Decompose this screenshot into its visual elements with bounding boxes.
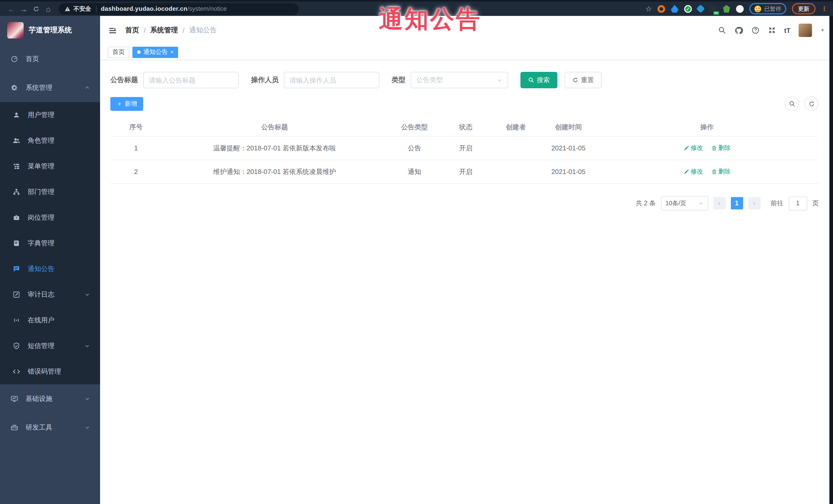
users-icon [12,137,21,144]
table-header-row: 序号 公告标题 公告类型 状态 创建者 创建时间 操作 [110,118,818,137]
search-icon[interactable] [718,26,726,34]
sidebar-item-dict-management[interactable]: 字典管理 [0,231,100,256]
extension-icon[interactable] [658,5,665,13]
app-title: 芋道管理系统 [29,26,72,35]
org-tree-icon [12,188,21,195]
url-path[interactable]: /system/notice [187,5,227,12]
sidebar-item-role-management[interactable]: 角色管理 [0,128,100,153]
menu-tree-icon [12,163,21,170]
profile-paused-chip[interactable]: 已暂停 [749,3,786,15]
profile-avatar-emoji-icon [755,5,761,12]
filter-type-select[interactable]: 公告类型 [411,72,508,88]
sidebar-item-sms-management[interactable]: 短信管理 [0,333,100,359]
browser-back-icon[interactable]: ← [5,3,18,15]
sidebar-collapse-icon[interactable] [108,26,117,34]
page-header: 首页 / 系统管理 / 通知公告 tT ▼ [100,16,833,45]
browser-home-icon[interactable]: ⌂ [42,3,54,15]
delete-link[interactable]: 删除 [711,167,731,176]
refresh-table-button[interactable] [804,96,818,111]
sidebar-item-system-management[interactable]: 系统管理 [0,73,100,102]
reset-button[interactable]: 重置 [565,72,601,88]
audit-log-icon [12,291,21,298]
shield-check-icon [12,342,21,350]
dashboard-icon [10,55,19,63]
tag-notice-active[interactable]: 通知公告 × [133,46,178,58]
cell-title: 温馨提醒：2018-07-01 若依新版本发布啦 [162,143,387,153]
cell-create-time: 2021-01-05 [542,144,595,152]
breadcrumb-system[interactable]: 系统管理 [150,26,178,35]
goto-page-input[interactable] [789,196,807,210]
sidebar-item-home[interactable]: 首页 [0,45,100,73]
fullscreen-icon[interactable] [768,26,776,34]
extension-icon[interactable]: ✓ [684,5,692,13]
cell-status: 开启 [442,143,490,153]
app-root: ← → ⌂ 不安全 dashboard.yudao.iocoder.cn/sys… [0,0,833,504]
notice-table: 序号 公告标题 公告类型 状态 创建者 创建时间 操作 1 温馨提醒：2018-… [110,118,818,184]
sidebar-item-infrastructure[interactable]: 基础设施 [0,384,100,413]
browser-reload-icon[interactable] [30,3,42,15]
font-size-icon[interactable]: tT [784,26,791,34]
filter-title-label: 公告标题 [110,75,138,85]
cell-index: 1 [110,144,162,152]
sidebar-item-post-management[interactable]: 岗位管理 [0,205,100,231]
table-row[interactable]: 1 温馨提醒：2018-07-01 若依新版本发布啦 公告 开启 2021-01… [110,137,818,160]
sidebar-item-menu-management[interactable]: 菜单管理 [0,153,100,179]
sidebar-item-error-code-management[interactable]: 错误码管理 [0,359,100,384]
extension-icon[interactable]: on [709,5,717,13]
browser-menu-icon[interactable]: ⋮ [821,5,828,12]
extension-icon[interactable] [671,5,679,13]
url-separator [96,6,96,12]
help-icon[interactable] [752,26,760,34]
tag-home[interactable]: 首页 [108,46,129,58]
breadcrumb-current: 通知公告 [189,26,217,35]
close-tag-icon[interactable]: × [170,49,174,55]
not-secure-label[interactable]: 不安全 [73,5,91,13]
search-button[interactable]: 搜索 [520,72,557,88]
sidebar-item-user-management[interactable]: 用户管理 [0,102,100,128]
browser-toolbar: ← → ⌂ 不安全 dashboard.yudao.iocoder.cn/sys… [0,0,833,16]
sidebar-item-online-users[interactable]: 在线用户 [0,307,100,333]
chevron-up-icon [85,85,90,90]
chevron-down-icon [85,292,90,297]
browser-update-button[interactable]: 更新 [792,3,815,15]
filter-title-input[interactable] [143,72,239,88]
edit-link[interactable]: 修改 [683,144,703,152]
url-host[interactable]: dashboard.yudao.iocoder.cn [101,5,187,12]
bookmark-star-icon[interactable]: ☆ [645,5,652,13]
sidebar-item-dev-tools[interactable]: 研发工具 [0,413,100,442]
extension-icon[interactable] [696,4,705,13]
address-bar[interactable]: 不安全 dashboard.yudao.iocoder.cn/system/no… [58,3,299,15]
col-header-status: 状态 [442,122,490,131]
briefcase-icon [12,214,21,221]
next-page-button[interactable]: › [748,197,760,209]
sidebar-item-dept-management[interactable]: 部门管理 [0,179,100,205]
table-row[interactable]: 2 维护通知：2018-07-01 若依系统凌晨维护 通知 开启 2021-01… [110,160,818,184]
window-scrollbar[interactable] [829,16,833,504]
col-header-index: 序号 [110,122,162,131]
avatar-caret-down-icon[interactable]: ▼ [820,28,825,33]
pagination: 共 2 条 10条/页 ‹ 1 › 前往 页 [110,196,818,211]
current-page-button[interactable]: 1 [731,197,743,209]
breadcrumb-home[interactable]: 首页 [125,26,139,35]
filter-operator-input[interactable] [284,72,379,88]
user-avatar[interactable] [799,24,812,37]
delete-link[interactable]: 删除 [711,144,731,152]
breadcrumb: 首页 / 系统管理 / 通知公告 [125,26,217,35]
sidebar-item-notice[interactable]: 通知公告 [0,256,100,282]
online-signal-icon [12,317,21,324]
github-icon[interactable] [735,26,743,34]
extension-icon[interactable] [723,5,730,13]
app-logo-row[interactable]: 芋道管理系统 [0,16,100,45]
sidebar-item-audit-log[interactable]: 审计日志 [0,282,100,307]
prev-page-button[interactable]: ‹ [713,197,725,209]
page-size-select[interactable]: 10条/页 [661,196,708,211]
extension-icon[interactable] [736,5,744,13]
search-icon [528,77,534,83]
cell-title: 维护通知：2018-07-01 若依系统凌晨维护 [162,167,387,176]
toggle-search-button[interactable] [785,96,799,111]
edit-link[interactable]: 修改 [683,167,703,176]
browser-forward-icon[interactable]: → [18,3,30,15]
refresh-icon [572,77,578,83]
add-button[interactable]: ＋ 新增 [110,97,143,111]
col-header-title: 公告标题 [162,122,387,131]
